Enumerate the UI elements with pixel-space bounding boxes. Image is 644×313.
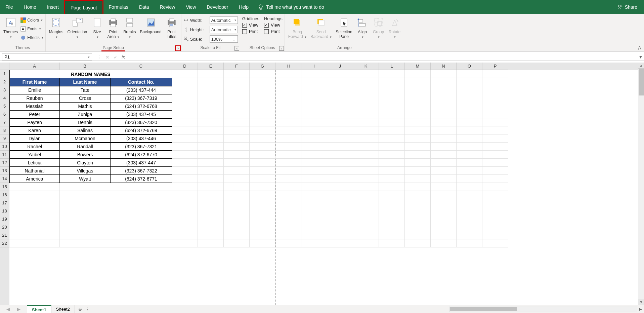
cell-J14[interactable] — [327, 175, 353, 183]
tell-me-search[interactable]: Tell me what you want to do — [254, 4, 328, 10]
cell-B2[interactable]: Last Name — [60, 78, 110, 86]
row-header-5[interactable]: 5 — [0, 102, 9, 110]
cell-A1[interactable]: RANDOM NAMES — [9, 70, 172, 78]
cell-O21[interactable] — [457, 231, 482, 239]
cell-F17[interactable] — [224, 199, 250, 207]
cell-H7[interactable] — [275, 118, 301, 126]
col-header-H[interactable]: H — [275, 63, 301, 70]
cell-G17[interactable] — [250, 199, 275, 207]
cell-O1[interactable] — [457, 70, 482, 78]
cell-J5[interactable] — [327, 102, 353, 110]
row-header-6[interactable]: 6 — [0, 110, 9, 118]
cell-N4[interactable] — [431, 94, 457, 102]
cell-E1[interactable] — [198, 70, 224, 78]
cell-G9[interactable] — [250, 134, 275, 143]
cell-C15[interactable] — [110, 183, 172, 191]
cell-I19[interactable] — [301, 215, 327, 223]
cell-C5[interactable]: (624) 372-6768 — [110, 102, 172, 110]
cell-G8[interactable] — [250, 126, 275, 134]
cell-K7[interactable] — [353, 118, 379, 126]
cell-C17[interactable] — [110, 199, 172, 207]
cell-I7[interactable] — [301, 118, 327, 126]
cell-I2[interactable] — [301, 78, 327, 86]
new-sheet-button[interactable]: ⊕ — [75, 307, 85, 312]
tab-data[interactable]: Data — [134, 0, 155, 14]
cell-F22[interactable] — [224, 239, 250, 247]
cell-L18[interactable] — [379, 207, 405, 215]
cell-A7[interactable]: Payten — [9, 118, 60, 126]
cell-H20[interactable] — [275, 223, 301, 231]
cell-F16[interactable] — [224, 191, 250, 199]
row-header-10[interactable]: 10 — [0, 143, 9, 151]
breaks-button[interactable]: Breaks▾ — [122, 16, 137, 39]
cell-H19[interactable] — [275, 215, 301, 223]
name-box[interactable]: P1▾ — [2, 53, 92, 61]
cell-A5[interactable]: Messiah — [9, 102, 60, 110]
cell-D7[interactable] — [172, 118, 198, 126]
cell-K17[interactable] — [353, 199, 379, 207]
cell-O3[interactable] — [457, 86, 482, 94]
cell-O5[interactable] — [457, 102, 482, 110]
cell-F13[interactable] — [224, 167, 250, 175]
cell-A18[interactable] — [9, 207, 60, 215]
cell-M21[interactable] — [405, 231, 431, 239]
cell-B10[interactable]: Randall — [60, 143, 110, 151]
col-header-E[interactable]: E — [198, 63, 224, 70]
cell-C10[interactable]: (323) 367-7321 — [110, 143, 172, 151]
cell-M10[interactable] — [405, 143, 431, 151]
cell-I5[interactable] — [301, 102, 327, 110]
cell-A12[interactable]: Leticia — [9, 159, 60, 167]
cell-O16[interactable] — [457, 191, 482, 199]
cell-H18[interactable] — [275, 207, 301, 215]
cell-A22[interactable] — [9, 239, 60, 247]
formula-expand-button[interactable]: ⯆ — [637, 55, 644, 59]
cell-K13[interactable] — [353, 167, 379, 175]
cell-L19[interactable] — [379, 215, 405, 223]
cell-B5[interactable]: Mathis — [60, 102, 110, 110]
cell-J6[interactable] — [327, 110, 353, 118]
cell-B9[interactable]: Mcmahon — [60, 134, 110, 143]
cell-D8[interactable] — [172, 126, 198, 134]
col-header-C[interactable]: C — [110, 63, 172, 70]
cell-F3[interactable] — [224, 86, 250, 94]
cell-L15[interactable] — [379, 183, 405, 191]
cell-O7[interactable] — [457, 118, 482, 126]
cell-I12[interactable] — [301, 159, 327, 167]
send-backward-button[interactable]: Send Backward ▾ — [309, 16, 333, 39]
cell-H8[interactable] — [275, 126, 301, 134]
cell-E7[interactable] — [198, 118, 224, 126]
cell-C11[interactable]: (624) 372-6770 — [110, 151, 172, 159]
cell-N7[interactable] — [431, 118, 457, 126]
headings-view-checkbox[interactable]: ✓View — [264, 23, 283, 28]
cell-P20[interactable] — [482, 223, 508, 231]
cell-I4[interactable] — [301, 94, 327, 102]
cell-G1[interactable] — [250, 70, 275, 78]
colors-button[interactable]: Colors▾ — [20, 16, 43, 24]
cell-P12[interactable] — [482, 159, 508, 167]
cell-P19[interactable] — [482, 215, 508, 223]
cell-L22[interactable] — [379, 239, 405, 247]
col-header-N[interactable]: N — [431, 63, 457, 70]
cell-J9[interactable] — [327, 134, 353, 143]
cell-D13[interactable] — [172, 167, 198, 175]
tab-formulas[interactable]: Formulas — [103, 0, 134, 14]
cell-N16[interactable] — [431, 191, 457, 199]
cell-O22[interactable] — [457, 239, 482, 247]
horizontal-scrollbar[interactable]: ⋮ ▶ — [85, 306, 644, 312]
cell-B21[interactable] — [60, 231, 110, 239]
vscroll-thumb[interactable] — [639, 69, 644, 95]
cell-H6[interactable] — [275, 110, 301, 118]
cell-J4[interactable] — [327, 94, 353, 102]
cell-I14[interactable] — [301, 175, 327, 183]
cell-M8[interactable] — [405, 126, 431, 134]
col-header-B[interactable]: B — [60, 63, 110, 70]
cell-H17[interactable] — [275, 199, 301, 207]
cell-P7[interactable] — [482, 118, 508, 126]
cell-F19[interactable] — [224, 215, 250, 223]
cell-I18[interactable] — [301, 207, 327, 215]
cell-O6[interactable] — [457, 110, 482, 118]
gridlines-print-checkbox[interactable]: Print — [242, 29, 259, 34]
orientation-button[interactable]: Orientation▾ — [66, 16, 89, 39]
cell-A10[interactable]: Rachel — [9, 143, 60, 151]
cell-L6[interactable] — [379, 110, 405, 118]
